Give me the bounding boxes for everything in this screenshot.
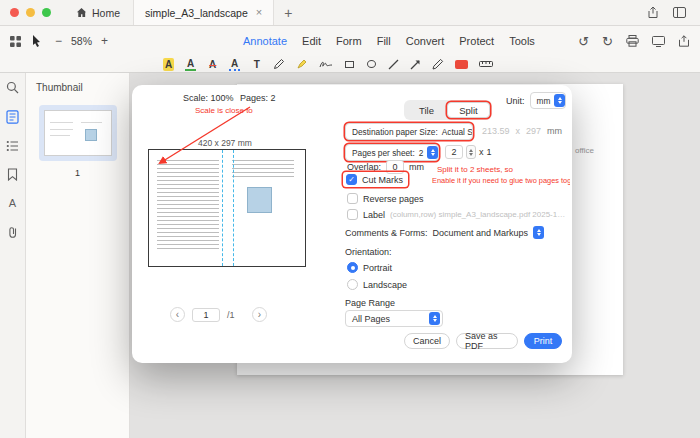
pages-per-sheet-dropdown[interactable]: Pages per sheet: 2 [345,144,439,161]
text-squiggly-icon[interactable]: A [229,58,240,71]
overlap-unit: mm [409,162,424,172]
preview-page-field[interactable]: 1 [192,308,220,322]
menu-annotate[interactable]: Annotate [243,35,287,47]
arrow-shape-icon[interactable] [410,58,421,71]
preview-size-label: 420 x 297 mm [198,138,252,148]
home-tab-label: Home [92,7,120,19]
stamp-icon[interactable] [455,58,468,71]
attachments-panel-icon[interactable] [8,226,18,239]
page-thumbnail[interactable] [44,110,112,156]
bookmark-panel-icon[interactable] [7,168,18,181]
comments-forms-value[interactable]: Document and Markups [433,228,529,238]
cut-marks-checkbox[interactable]: ✓ [346,174,357,185]
tab-tile[interactable]: Tile [406,102,447,118]
text-insert-icon[interactable]: T [251,58,262,71]
new-tab-button[interactable]: + [274,5,302,21]
orientation-landscape-option[interactable]: Landscape [347,279,407,290]
destination-size-dropdown[interactable]: Destination paper Size: Actual Size [345,123,473,140]
landscape-radio[interactable] [347,279,358,290]
thumbnail-panel-title: Thumbnail [26,73,129,93]
thumbnail-page-number: 1 [26,168,129,178]
menu-fill[interactable]: Fill [377,35,391,47]
document-tab-label: simple_A3_landscape [145,7,248,19]
rectangle-shape-icon[interactable] [344,58,355,71]
ellipse-shape-icon[interactable] [366,58,377,71]
close-tab-icon[interactable]: × [256,7,262,18]
tile-split-segmented-control: Tile Split [404,100,492,120]
label-option[interactable]: Label (column,row) simple_A3_landscape.p… [347,209,568,220]
text-underline-icon[interactable]: A [185,58,196,71]
present-screen-icon[interactable] [652,36,665,47]
marker-icon[interactable] [296,58,308,71]
print-icon[interactable] [626,35,639,47]
freehand-pen-icon[interactable] [273,58,285,71]
measure-icon[interactable] [479,58,493,71]
menu-convert[interactable]: Convert [406,35,445,47]
outline-panel-icon[interactable] [6,140,19,152]
page-range-dropdown[interactable]: All Pages [345,310,443,327]
tab-split[interactable]: Split [447,102,490,118]
orientation-label: Orientation: [345,247,392,257]
signature-icon[interactable] [319,58,333,71]
annotation-split-note: Split it to 2 sheets, so [437,165,513,174]
window-controls [0,8,63,17]
orientation-portrait-option[interactable]: Portrait [347,262,392,273]
label-checkbox[interactable] [347,209,358,220]
home-icon [76,7,87,18]
print-button[interactable]: Print [524,333,562,349]
text-highlight-icon[interactable]: A [163,58,174,71]
save-as-pdf-button[interactable]: Save as PDF [456,333,518,349]
grid-columns-field[interactable]: 2 [445,145,463,159]
portrait-radio[interactable] [347,262,358,273]
search-icon[interactable] [6,81,19,94]
cut-line [222,150,223,266]
tab-document[interactable]: simple_A3_landscape × [133,0,274,25]
grid-view-icon[interactable] [10,36,21,47]
select-cursor-icon[interactable] [32,35,42,47]
unit-dropdown[interactable]: mm [530,92,566,109]
menu-tools[interactable]: Tools [509,35,535,47]
share-icon[interactable] [647,6,659,19]
scale-value: Scale: 100% [183,93,234,103]
zoom-level[interactable]: 58% [71,35,92,47]
grid-rows-value: 1 [487,147,492,157]
export-icon[interactable] [678,35,690,47]
menu-edit[interactable]: Edit [302,35,321,47]
zoom-out-button[interactable]: − [53,34,64,48]
zoom-window-button[interactable] [42,8,51,17]
minimize-window-button[interactable] [26,8,35,17]
reverse-pages-label: Reverse pages [363,194,424,204]
zoom-in-button[interactable]: + [99,34,110,48]
close-window-button[interactable] [10,8,19,17]
dropdown-chevron-icon [429,312,440,325]
app-window: Home simple_A3_landscape × + − 58% + Ann… [0,0,700,438]
thumbnail-selected[interactable] [39,105,117,161]
columns-stepper[interactable] [466,145,476,159]
undo-icon[interactable]: ↺ [578,35,589,48]
thumbnails-panel-icon[interactable] [6,110,19,124]
sidebar-toggle-icon[interactable] [673,7,686,18]
line-shape-icon[interactable] [388,58,399,71]
previous-page-button[interactable]: ‹ [170,307,185,322]
reverse-pages-option[interactable]: Reverse pages [347,193,424,204]
cancel-button[interactable]: Cancel [404,333,450,349]
menu-protect[interactable]: Protect [459,35,494,47]
label-label: Label [363,210,385,220]
tab-home[interactable]: Home [63,0,133,25]
text-strikethrough-icon[interactable]: A [207,58,218,71]
destination-size-value: Actual Size [442,127,473,137]
next-page-button[interactable]: › [252,307,267,322]
pages-count: Pages: 2 [240,93,276,103]
cut-marks-option[interactable]: ✓ Cut Marks [343,172,408,187]
reverse-pages-checkbox[interactable] [347,193,358,204]
unit-value: mm [537,96,551,106]
dropdown-chevron-icon[interactable] [533,226,544,239]
redo-icon[interactable]: ↻ [602,35,613,48]
cut-line [233,150,234,266]
paper-unit: mm [547,126,562,136]
menu-form[interactable]: Form [336,35,362,47]
label-hint: (column,row) simple_A3_landscape.pdf 202… [390,210,568,219]
grid-x-label: x [479,147,484,157]
pencil-icon[interactable] [432,58,444,71]
annotations-panel-icon[interactable]: A [7,197,18,210]
